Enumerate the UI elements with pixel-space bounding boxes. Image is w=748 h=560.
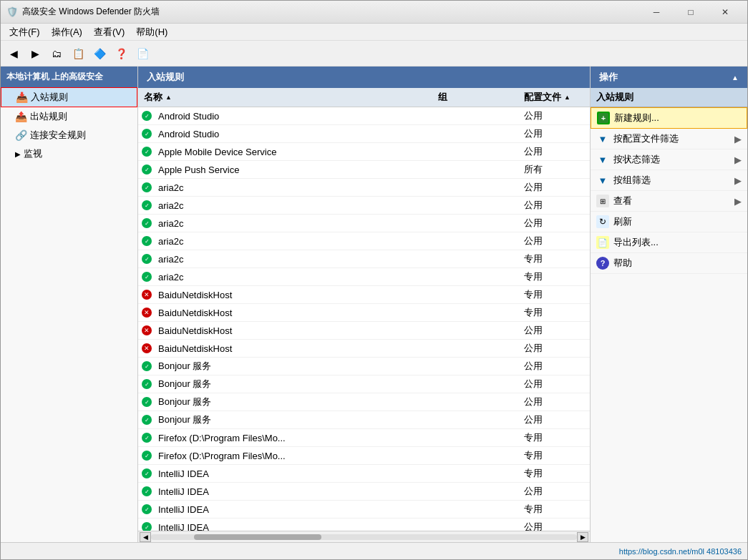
right-panel-collapse-icon[interactable]: ▲ xyxy=(732,74,739,82)
sidebar-item-connection-security[interactable]: 🔗 连接安全规则 xyxy=(1,126,137,144)
rule-name: Firefox (D:\Program Files\Mo... xyxy=(155,433,432,443)
table-row[interactable]: ✕ BaiduNetdiskHost 专用 xyxy=(138,304,590,322)
table-row[interactable]: ✕ BaiduNetdiskHost 公用 xyxy=(138,340,590,358)
toolbar-forward[interactable]: ▶ xyxy=(25,44,45,63)
maximize-button[interactable]: □ xyxy=(674,1,707,23)
toolbar-properties[interactable]: 🔷 xyxy=(89,44,110,63)
table-row[interactable]: ✓ IntelliJ IDEA 专用 xyxy=(138,501,590,519)
action-refresh[interactable]: ↻ 刷新 xyxy=(591,212,747,232)
scroll-thumb[interactable] xyxy=(194,534,322,540)
table-row[interactable]: ✓ Apple Push Service 所有 xyxy=(138,161,590,179)
action-new-rule[interactable]: + 新建规则... xyxy=(591,107,747,129)
rule-name: aria2c xyxy=(155,272,432,283)
rule-config: 公用 xyxy=(518,199,590,212)
rule-status-icon: ✓ xyxy=(138,111,155,121)
table-row[interactable]: ✓ Bonjour 服务 公用 xyxy=(138,411,590,429)
table-row[interactable]: ✓ Android Studio 公用 xyxy=(138,107,590,125)
rule-config: 公用 xyxy=(518,145,590,158)
toolbar-show-hide[interactable]: 📋 xyxy=(68,44,88,63)
sort-arrow-config: ▲ xyxy=(564,94,570,101)
col-header-group[interactable]: 组 xyxy=(432,91,518,104)
table-row[interactable]: ✕ BaiduNetdiskHost 专用 xyxy=(138,286,590,304)
toolbar-back[interactable]: ◀ xyxy=(4,44,24,63)
rules-list[interactable]: ✓ Android Studio 公用 ✓ Android Studio 公用 … xyxy=(138,107,590,531)
action-filter-group[interactable]: ▼ 按组筛选 ▶ xyxy=(591,170,747,191)
table-row[interactable]: ✓ aria2c 公用 xyxy=(138,179,590,197)
sidebar-item-outbound[interactable]: 📤 出站规则 xyxy=(1,107,137,126)
rule-config: 公用 xyxy=(518,324,590,337)
filter-config-icon: ▼ xyxy=(596,132,609,145)
table-row[interactable]: ✓ Bonjour 服务 公用 xyxy=(138,375,590,393)
sidebar-label-connection: 连接安全规则 xyxy=(30,129,86,142)
table-row[interactable]: ✓ IntelliJ IDEA 公用 xyxy=(138,519,590,531)
table-row[interactable]: ✓ Bonjour 服务 公用 xyxy=(138,358,590,375)
menu-file[interactable]: 文件(F) xyxy=(4,24,46,40)
rule-status-icon: ✓ xyxy=(138,397,155,407)
sidebar: 本地计算机 上的高级安全 📥 入站规则 📤 出站规则 🔗 连接安全规则 ▶ 监视 xyxy=(1,67,138,542)
sidebar-label-outbound: 出站规则 xyxy=(30,110,67,123)
rule-config: 公用 xyxy=(518,181,590,194)
rule-config: 所有 xyxy=(518,163,590,176)
table-row[interactable]: ✓ Firefox (D:\Program Files\Mo... 专用 xyxy=(138,447,590,465)
horizontal-scrollbar[interactable]: ◀ ▶ xyxy=(138,531,590,542)
table-row[interactable]: ✓ aria2c 公用 xyxy=(138,232,590,250)
sidebar-item-monitor[interactable]: ▶ 监视 xyxy=(1,144,137,163)
scroll-right-button[interactable]: ▶ xyxy=(577,532,588,542)
close-button[interactable]: ✕ xyxy=(709,1,742,23)
rule-status-icon: ✓ xyxy=(138,361,155,371)
table-row[interactable]: ✓ IntelliJ IDEA 专用 xyxy=(138,465,590,483)
chevron-view-icon: ▶ xyxy=(734,196,742,207)
table-row[interactable]: ✓ aria2c 公用 xyxy=(138,197,590,215)
right-panel-title: 操作 xyxy=(599,71,618,84)
center-panel-header: 入站规则 xyxy=(138,67,590,88)
col-header-name[interactable]: 名称 ▲ xyxy=(138,91,432,104)
rule-status-icon: ✓ xyxy=(138,147,155,157)
rule-config: 公用 xyxy=(518,217,590,230)
status-bar: https://blog.csdn.net/m0l 48103436 xyxy=(1,542,747,559)
action-help[interactable]: ? 帮助 xyxy=(591,253,747,274)
rule-config: 公用 xyxy=(518,396,590,408)
action-filter-status[interactable]: ▼ 按状态筛选 ▶ xyxy=(591,149,747,170)
sidebar-item-inbound[interactable]: 📥 入站规则 xyxy=(1,87,137,107)
rule-config: 公用 xyxy=(518,127,590,140)
table-row[interactable]: ✓ Bonjour 服务 公用 xyxy=(138,393,590,411)
menu-action[interactable]: 操作(A) xyxy=(46,24,88,40)
scroll-left-button[interactable]: ◀ xyxy=(140,532,151,542)
right-section-title: 入站规则 xyxy=(591,88,747,107)
table-row[interactable]: ✕ BaiduNetdiskHost 公用 xyxy=(138,322,590,340)
rule-config: 公用 xyxy=(518,378,590,390)
table-row[interactable]: ✓ IntelliJ IDEA 公用 xyxy=(138,483,590,501)
rule-config: 公用 xyxy=(518,360,590,373)
center-panel: 入站规则 名称 ▲ 组 配置文件 ▲ ✓ Android Studio xyxy=(138,67,590,542)
help-icon: ? xyxy=(596,257,609,270)
scroll-track[interactable] xyxy=(151,534,577,540)
table-row[interactable]: ✓ Firefox (D:\Program Files\Mo... 专用 xyxy=(138,429,590,447)
rule-config: 公用 xyxy=(518,109,590,122)
filter-group-icon: ▼ xyxy=(596,174,609,187)
col-header-config[interactable]: 配置文件 ▲ xyxy=(518,91,590,104)
action-export-label: 导出列表... xyxy=(613,236,659,249)
rule-status-icon: ✓ xyxy=(138,182,155,192)
action-view[interactable]: ⊞ 查看 ▶ xyxy=(591,191,747,212)
action-filter-config[interactable]: ▼ 按配置文件筛选 ▶ xyxy=(591,129,747,149)
minimize-button[interactable]: ─ xyxy=(640,1,673,23)
table-row[interactable]: ✓ aria2c 专用 xyxy=(138,250,590,268)
action-export[interactable]: 📄 导出列表... xyxy=(591,232,747,253)
table-row[interactable]: ✓ Apple Mobile Device Service 公用 xyxy=(138,143,590,161)
table-row[interactable]: ✓ Android Studio 公用 xyxy=(138,125,590,143)
table-row[interactable]: ✓ aria2c 公用 xyxy=(138,215,590,232)
rule-name: IntelliJ IDEA xyxy=(155,468,432,479)
toolbar-up[interactable]: 🗂 xyxy=(47,44,67,63)
toolbar-help[interactable]: ❓ xyxy=(111,44,131,63)
rule-name: Apple Mobile Device Service xyxy=(155,147,432,157)
menu-help[interactable]: 帮助(H) xyxy=(130,24,173,40)
menu-view[interactable]: 查看(V) xyxy=(88,24,130,40)
rule-config: 公用 xyxy=(518,413,590,426)
rule-status-icon: ✓ xyxy=(138,468,155,478)
rule-config: 专用 xyxy=(518,288,590,301)
rule-status-icon: ✓ xyxy=(138,451,155,461)
sidebar-header: 本地计算机 上的高级安全 xyxy=(1,67,137,87)
column-headers: 名称 ▲ 组 配置文件 ▲ xyxy=(138,88,590,107)
toolbar-export[interactable]: 📄 xyxy=(132,44,152,63)
table-row[interactable]: ✓ aria2c 专用 xyxy=(138,268,590,286)
